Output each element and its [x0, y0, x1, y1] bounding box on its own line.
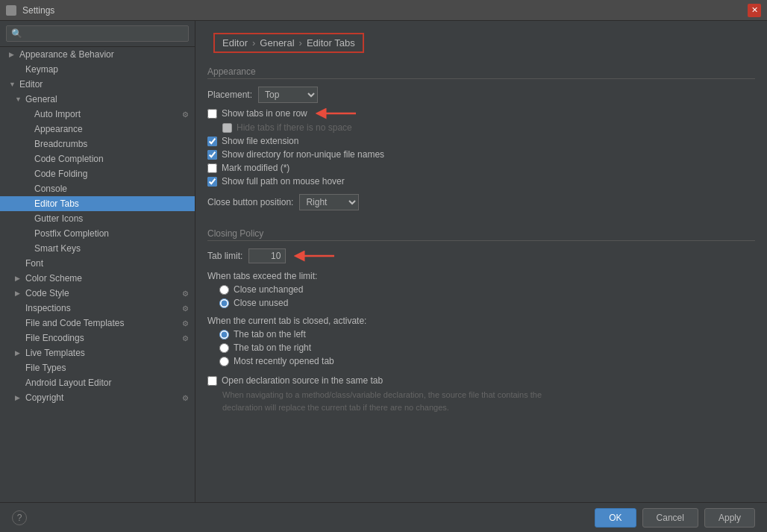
help-button[interactable]: ?	[12, 510, 27, 525]
sidebar-item-android-layout[interactable]: Android Layout Editor	[0, 375, 195, 390]
show-tabs-one-row-row[interactable]: Show tabs in one row	[207, 107, 307, 120]
sidebar-item-console[interactable]: Console	[0, 181, 195, 196]
sidebar-item-code-completion[interactable]: Code Completion	[0, 151, 195, 166]
cancel-button[interactable]: Cancel	[642, 508, 698, 528]
sidebar-item-code-folding[interactable]: Code Folding	[0, 166, 195, 181]
recently-opened-label: Most recently opened tab	[234, 356, 334, 366]
bottom-bar: ? OK Cancel Apply	[0, 502, 767, 532]
sidebar-item-label: Smart Keys	[34, 243, 81, 254]
recently-opened-radio[interactable]	[219, 357, 229, 366]
close-button-label: Close button position:	[207, 197, 293, 207]
search-input[interactable]	[6, 25, 189, 42]
close-unchanged-row[interactable]: Close unchanged	[207, 283, 755, 296]
config-icon: ⚙	[182, 319, 189, 328]
sidebar-item-label: Code Completion	[34, 154, 104, 164]
sidebar-item-color-scheme[interactable]: ▶ Color Scheme	[0, 271, 195, 286]
sidebar-item-postfix-completion[interactable]: Postfix Completion	[0, 226, 195, 241]
breadcrumb-general: General	[260, 37, 294, 48]
breadcrumb-sep-1: ›	[252, 37, 255, 48]
show-full-path-row[interactable]: Show full path on mouse hover	[207, 175, 755, 188]
show-full-path-checkbox[interactable]	[207, 177, 217, 187]
tab-on-left-radio[interactable]	[219, 330, 229, 339]
open-declaration-label: Open declaration source in the same tab	[222, 375, 383, 386]
open-declaration-checkbox[interactable]	[207, 376, 217, 386]
window-title: Settings	[22, 5, 742, 16]
show-tabs-one-row-checkbox[interactable]	[207, 109, 217, 119]
tab-limit-input[interactable]: 10	[248, 248, 286, 263]
close-unchanged-radio[interactable]	[219, 285, 229, 295]
sidebar-item-copyright[interactable]: ▶ Copyright ⚙	[0, 390, 195, 405]
placement-row: Placement: Top Bottom Left Right None	[207, 84, 755, 106]
tab-limit-row: Tab limit: 10	[207, 245, 286, 266]
sidebar-item-appearance[interactable]: Appearance	[0, 122, 195, 137]
breadcrumb-editor-tabs: Editor Tabs	[307, 37, 355, 48]
hide-tabs-label: Hide tabs if there is no space	[237, 122, 352, 133]
sidebar-item-label: Postfix Completion	[34, 228, 109, 239]
sidebar-item-keymap[interactable]: Keymap	[0, 62, 195, 77]
tab-on-left-row[interactable]: The tab on the left	[207, 328, 755, 341]
sidebar-item-label: Font	[25, 258, 43, 269]
sidebar-item-gutter-icons[interactable]: Gutter Icons	[0, 211, 195, 226]
tab-on-right-row[interactable]: The tab on the right	[207, 341, 755, 354]
sidebar-item-breadcrumbs[interactable]: Breadcrumbs	[0, 137, 195, 151]
close-unused-radio[interactable]	[219, 298, 229, 308]
show-file-extension-checkbox[interactable]	[207, 137, 217, 146]
show-directory-row[interactable]: Show directory for non-unique file names	[207, 148, 755, 161]
close-unchanged-label: Close unchanged	[234, 284, 303, 295]
config-icon: ⚙	[182, 290, 189, 298]
sidebar-item-code-style[interactable]: ▶ Code Style ⚙	[0, 286, 195, 301]
main-layout: ▶ Appearance & Behavior Keymap ▼ Editor …	[0, 21, 767, 502]
show-tabs-one-row-label: Show tabs in one row	[222, 108, 307, 119]
close-unused-row[interactable]: Close unused	[207, 296, 755, 310]
sidebar-item-auto-import[interactable]: Auto Import ⚙	[0, 107, 195, 122]
sidebar-item-file-types[interactable]: File Types	[0, 360, 195, 375]
placement-label: Placement:	[207, 90, 252, 100]
config-icon: ⚙	[182, 394, 189, 402]
mark-modified-label: Mark modified (*)	[222, 163, 289, 173]
sidebar-item-label: Live Templates	[25, 348, 85, 358]
arrow-annotation-1	[315, 106, 360, 121]
sidebar-item-editor[interactable]: ▼ Editor	[0, 77, 195, 92]
hide-tabs-checkbox[interactable]	[222, 123, 232, 133]
sidebar-item-label: Keymap	[25, 64, 58, 75]
sidebar-item-label: Copyright	[25, 392, 63, 403]
tab-on-right-label: The tab on the right	[234, 342, 311, 353]
sidebar-item-inspections[interactable]: Inspections ⚙	[0, 301, 195, 316]
sidebar-item-font[interactable]: Font	[0, 256, 195, 271]
close-window-button[interactable]: ✕	[748, 4, 761, 17]
when-current-closed-label: When the current tab is closed, activate…	[207, 316, 366, 326]
sidebar-item-label: Inspections	[25, 303, 71, 313]
placement-dropdown[interactable]: Top Bottom Left Right None	[258, 87, 318, 103]
open-declaration-hint: When navigating to a method/class/variab…	[207, 387, 551, 415]
sidebar-item-smart-keys[interactable]: Smart Keys	[0, 241, 195, 256]
sidebar-item-label: File and Code Templates	[25, 318, 125, 328]
show-directory-checkbox[interactable]	[207, 150, 217, 160]
sidebar-item-file-code-templates[interactable]: File and Code Templates ⚙	[0, 316, 195, 331]
hide-tabs-row[interactable]: Hide tabs if there is no space	[207, 121, 755, 134]
sidebar-item-general[interactable]: ▼ General	[0, 92, 195, 107]
sidebar-item-editor-tabs[interactable]: Editor Tabs	[0, 196, 195, 211]
close-button-dropdown[interactable]: Right Left None	[299, 194, 359, 210]
sidebar-item-live-templates[interactable]: ▶ Live Templates	[0, 345, 195, 360]
sidebar-item-appearance-behavior[interactable]: ▶ Appearance & Behavior	[0, 47, 195, 62]
sidebar-item-file-encodings[interactable]: File Encodings ⚙	[0, 331, 195, 345]
arrow-icon: ▶	[15, 394, 22, 401]
when-tabs-exceed-label: When tabs exceed the limit:	[207, 271, 317, 281]
apply-button[interactable]: Apply	[704, 508, 755, 528]
close-button-row: Close button position: Right Left None	[207, 191, 755, 213]
breadcrumb-sep-2: ›	[299, 37, 302, 48]
ok-button[interactable]: OK	[595, 508, 636, 528]
open-declaration-row[interactable]: Open declaration source in the same tab	[207, 374, 755, 387]
recently-opened-row[interactable]: Most recently opened tab	[207, 354, 755, 368]
arrow-icon: ▶	[15, 349, 22, 357]
mark-modified-row[interactable]: Mark modified (*)	[207, 161, 755, 175]
mark-modified-checkbox[interactable]	[207, 163, 217, 173]
sidebar-item-label: Breadcrumbs	[34, 139, 87, 149]
search-box	[0, 21, 195, 47]
config-icon: ⚙	[182, 304, 189, 313]
sidebar: ▶ Appearance & Behavior Keymap ▼ Editor …	[0, 21, 195, 502]
tab-on-right-radio[interactable]	[219, 343, 229, 353]
show-file-extension-row[interactable]: Show file extension	[207, 134, 755, 148]
appearance-section-title: Appearance	[207, 59, 755, 79]
tab-limit-label: Tab limit:	[207, 251, 242, 261]
